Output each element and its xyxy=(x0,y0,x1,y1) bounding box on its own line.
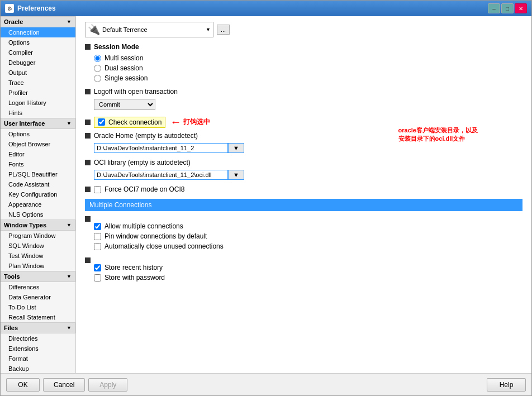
sidebar-section-window-types[interactable]: Window Types ▼ xyxy=(1,220,75,231)
sidebar-item-plsql[interactable]: PL/SQL Beautifier xyxy=(1,169,75,179)
profile-more-button[interactable]: ... xyxy=(217,25,230,35)
sidebar-item-debugger[interactable]: Debugger xyxy=(1,58,75,68)
logoff-select-row: Commit Rollback xyxy=(94,99,522,110)
sidebar-item-options-ui[interactable]: Options xyxy=(1,129,75,139)
ui-section-arrow: ▼ xyxy=(66,121,72,126)
sidebar-item-connection[interactable]: Connection xyxy=(1,27,75,37)
content-panel: 🔌 Default Terrence ▼ ... Session Mode xyxy=(76,16,531,373)
sidebar-item-plan-window[interactable]: Plan Window xyxy=(1,261,75,271)
session-mode-header: Session Mode xyxy=(85,43,522,51)
oracle-home-annotation: oracle客户端安装目录，以及 安装目录下的oci.dll文件 xyxy=(398,126,478,144)
session-mode-indicator xyxy=(85,44,91,50)
force-oci7-row: Force OCI7 mode on OCI8 xyxy=(94,185,184,193)
sidebar-item-sql-window[interactable]: SQL Window xyxy=(1,241,75,251)
apply-button[interactable]: Apply xyxy=(88,378,127,392)
profile-name: Default Terrence xyxy=(102,26,206,33)
store-history-checkbox[interactable] xyxy=(94,264,101,271)
sidebar-item-todo[interactable]: To-Do List xyxy=(1,302,75,312)
mc-auto-close-label: Automatically close unused connections xyxy=(104,242,224,250)
sidebar-item-fonts[interactable]: Fonts xyxy=(1,159,75,169)
oci-library-section: OCI library (empty is autodetect) ▼ xyxy=(85,159,522,180)
check-connection-indicator xyxy=(85,120,91,125)
title-bar: ⚙ Preferences – □ ✕ xyxy=(1,1,531,16)
sidebar-item-object-browser[interactable]: Object Browser xyxy=(1,139,75,149)
ok-button[interactable]: OK xyxy=(6,378,40,392)
check-connection-checkbox[interactable] xyxy=(98,118,105,126)
radio-single-session-input[interactable] xyxy=(94,75,101,82)
mc-item-pin: Pin window connections by default xyxy=(94,232,522,240)
store-password-checkbox[interactable] xyxy=(94,274,101,282)
sidebar-item-format[interactable]: Format xyxy=(1,354,75,364)
close-button[interactable]: ✕ xyxy=(515,3,527,13)
sidebar-item-extensions[interactable]: Extensions xyxy=(1,343,75,354)
sidebar-item-editor[interactable]: Editor xyxy=(1,149,75,159)
sidebar-section-ui[interactable]: User Interface ▼ xyxy=(1,118,75,129)
mc-pin-checkbox[interactable] xyxy=(94,233,101,240)
force-oci7-checkbox[interactable] xyxy=(94,186,101,193)
sidebar-item-test-window[interactable]: Test Window xyxy=(1,251,75,261)
minimize-button[interactable]: – xyxy=(488,3,500,13)
logoff-section: Logoff with open transaction Commit Roll… xyxy=(85,88,522,110)
profile-icon: 🔌 xyxy=(88,23,100,36)
sidebar-item-profiler[interactable]: Profiler xyxy=(1,88,75,98)
oracle-home-dropdown-btn[interactable]: ▼ xyxy=(228,143,244,153)
sidebar-item-program-window[interactable]: Program Window xyxy=(1,231,75,241)
radio-multi-session-input[interactable] xyxy=(94,55,101,62)
logoff-header: Logoff with open transaction xyxy=(85,88,522,96)
maximize-button[interactable]: □ xyxy=(501,3,514,13)
preferences-window: ⚙ Preferences – □ ✕ Oracle ▼ Connection … xyxy=(0,0,532,396)
force-oci7-label: Force OCI7 mode on OCI8 xyxy=(104,185,184,193)
sidebar: Oracle ▼ Connection Options Compiler Deb… xyxy=(1,16,76,373)
sidebar-item-hints[interactable]: Hints xyxy=(1,108,75,118)
sidebar-item-options-oracle[interactable]: Options xyxy=(1,37,75,47)
sidebar-section-tools[interactable]: Tools ▼ xyxy=(1,271,75,282)
bottom-bar: OK Cancel Apply Help xyxy=(1,373,531,395)
sidebar-item-backup[interactable]: Backup xyxy=(1,364,75,373)
profile-selector[interactable]: 🔌 Default Terrence ▼ xyxy=(85,22,213,37)
oracle-home-input[interactable] xyxy=(94,143,228,153)
files-section-label: Files xyxy=(4,325,18,331)
sidebar-item-key-config[interactable]: Key Configuration xyxy=(1,189,75,199)
sidebar-section-oracle[interactable]: Oracle ▼ xyxy=(1,16,75,27)
oracle-section-label: Oracle xyxy=(4,18,23,25)
logoff-label: Logoff with open transaction xyxy=(94,88,178,96)
sidebar-item-nls[interactable]: NLS Options xyxy=(1,209,75,220)
cancel-button[interactable]: Cancel xyxy=(43,378,85,392)
store-password-label: Store with password xyxy=(104,274,165,282)
force-oci7-indicator xyxy=(85,187,91,192)
oci-library-dropdown-btn[interactable]: ▼ xyxy=(228,170,244,180)
mc-pin-label: Pin window connections by default xyxy=(104,232,207,240)
sidebar-item-logon-history[interactable]: Logon History xyxy=(1,98,75,108)
help-button[interactable]: Help xyxy=(487,378,526,392)
sidebar-item-recall[interactable]: Recall Statement xyxy=(1,312,75,322)
sidebar-item-differences[interactable]: Differences xyxy=(1,282,75,292)
sidebar-section-files[interactable]: Files ▼ xyxy=(1,322,75,333)
sidebar-item-appearance[interactable]: Appearance xyxy=(1,199,75,209)
oci-library-input[interactable] xyxy=(94,170,228,180)
mc-items: Allow multiple connections Pin window co… xyxy=(94,222,522,250)
logoff-select[interactable]: Commit Rollback xyxy=(94,99,155,110)
sidebar-item-compiler[interactable]: Compiler xyxy=(1,47,75,58)
sidebar-item-data-generator[interactable]: Data Generator xyxy=(1,292,75,302)
radio-dual-session: Dual session xyxy=(94,64,522,72)
window-title: Preferences xyxy=(17,4,56,12)
force-oci7-header: Force OCI7 mode on OCI8 xyxy=(85,185,522,193)
sidebar-item-directories[interactable]: Directories xyxy=(1,333,75,343)
profile-bar: 🔌 Default Terrence ▼ ... xyxy=(85,22,522,37)
history-item-store: Store recent history xyxy=(94,264,522,271)
mc-auto-close-checkbox[interactable] xyxy=(94,243,101,250)
radio-multi-session-label: Multi session xyxy=(104,54,143,62)
title-bar-left: ⚙ Preferences xyxy=(5,4,56,13)
sidebar-item-output[interactable]: Output xyxy=(1,68,75,78)
radio-dual-session-input[interactable] xyxy=(94,65,101,72)
files-section-arrow: ▼ xyxy=(66,325,72,331)
main-area: Oracle ▼ Connection Options Compiler Deb… xyxy=(1,16,531,373)
session-mode-title: Session Mode xyxy=(94,43,139,51)
history-items: Store recent history Store with password xyxy=(94,264,522,282)
radio-dual-session-label: Dual session xyxy=(104,64,143,72)
sidebar-item-code-assistant[interactable]: Code Assistant xyxy=(1,179,75,189)
sidebar-item-trace[interactable]: Trace xyxy=(1,78,75,88)
oracle-home-section: Oracle Home (empty is autodetect) ▼ orac… xyxy=(85,132,522,153)
oci-library-indicator xyxy=(85,160,91,165)
mc-allow-checkbox[interactable] xyxy=(94,223,101,230)
